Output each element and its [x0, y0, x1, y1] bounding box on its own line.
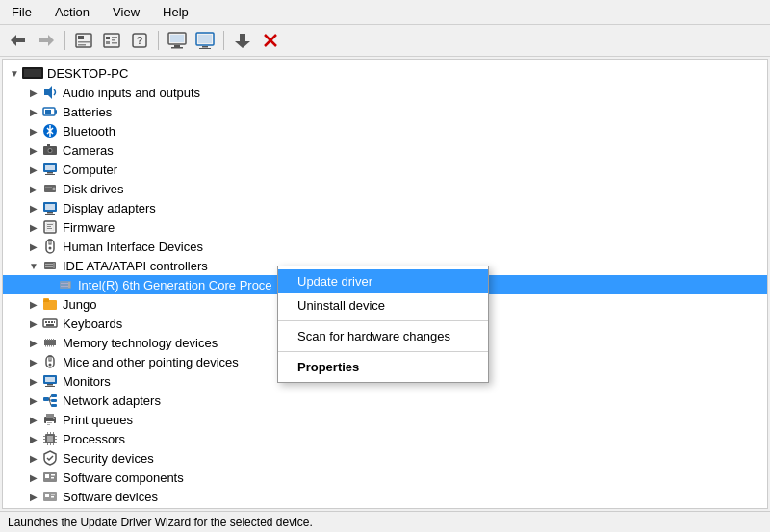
- svg-rect-18: [174, 45, 180, 47]
- svg-rect-119: [50, 443, 51, 445]
- separator-1: [64, 31, 65, 50]
- tree-item-softdev[interactable]: ▶ Software devices: [3, 487, 767, 506]
- computer-label: Computer: [63, 163, 117, 177]
- bluetooth-icon: [41, 123, 59, 139]
- menu-file[interactable]: File: [6, 3, 38, 21]
- svg-rect-76: [44, 340, 56, 345]
- menu-action[interactable]: Action: [49, 3, 95, 21]
- svg-marker-25: [235, 41, 250, 48]
- svg-rect-66: [68, 282, 70, 288]
- svg-rect-33: [45, 110, 51, 114]
- help-button[interactable]: ?: [127, 29, 152, 52]
- svg-point-58: [49, 247, 52, 250]
- menu-help[interactable]: Help: [157, 3, 194, 21]
- svg-rect-6: [78, 41, 90, 43]
- status-text: Launches the Update Driver Wizard for th…: [8, 516, 313, 529]
- svg-rect-102: [46, 414, 54, 418]
- svg-rect-122: [45, 474, 49, 478]
- context-menu-update-driver[interactable]: Update driver: [278, 269, 488, 293]
- svg-rect-115: [47, 432, 48, 434]
- tree-item-audio[interactable]: ▶ Audio inputs and outputs: [3, 83, 767, 102]
- tree-item-print[interactable]: ▶ Print queues: [3, 410, 767, 429]
- context-menu-uninstall[interactable]: Uninstall device: [278, 293, 488, 317]
- jungo-icon: [41, 296, 59, 312]
- security-chevron: ▶: [26, 453, 41, 464]
- tree-item-cameras[interactable]: ▶ Cameras: [3, 140, 767, 160]
- svg-rect-85: [51, 345, 52, 347]
- svg-rect-1: [16, 38, 25, 42]
- batteries-icon: [41, 104, 59, 119]
- tree-view-button[interactable]: [99, 29, 124, 52]
- tree-item-hid[interactable]: ▶ Human Interface Devices: [3, 237, 767, 256]
- svg-rect-50: [45, 214, 55, 215]
- tree-item-sound[interactable]: ▶ Sound, video and game controllers: [3, 506, 767, 508]
- svg-rect-120: [53, 443, 54, 445]
- hid-label: Human Interface Devices: [63, 240, 203, 254]
- tree-item-processors[interactable]: ▶ Proces: [3, 429, 767, 448]
- forward-button[interactable]: [34, 29, 59, 52]
- back-button[interactable]: [6, 29, 31, 52]
- audio-icon: [41, 85, 59, 100]
- display-chevron: ▶: [26, 203, 41, 214]
- cameras-label: Cameras: [63, 143, 114, 158]
- svg-marker-30: [44, 86, 52, 99]
- intel-label: Intel(R) 6th Generation Core Proce: [78, 278, 272, 292]
- svg-rect-71: [45, 321, 47, 323]
- disk-icon: [41, 181, 59, 196]
- svg-rect-86: [53, 345, 54, 347]
- svg-rect-105: [47, 424, 50, 425]
- svg-rect-21: [198, 35, 212, 43]
- print-icon: [41, 412, 59, 427]
- svg-rect-40: [45, 165, 55, 170]
- svg-rect-84: [49, 345, 50, 347]
- tree-item-security[interactable]: ▶ Security devices: [3, 448, 767, 468]
- svg-text:?: ?: [137, 35, 143, 46]
- svg-rect-41: [47, 172, 53, 174]
- svg-rect-91: [45, 377, 55, 382]
- network-label: Network adapters: [63, 393, 161, 408]
- tree-item-display[interactable]: ▶ Display adapters: [3, 198, 767, 217]
- softdev-label: Software devices: [63, 490, 158, 504]
- svg-rect-110: [43, 439, 45, 440]
- context-menu: Update driver Uninstall device Scan for …: [277, 266, 489, 383]
- tree-item-software[interactable]: ▶ Software components: [3, 468, 767, 487]
- delete-button[interactable]: [258, 29, 283, 52]
- monitors-chevron: ▶: [26, 376, 41, 387]
- svg-rect-111: [43, 442, 45, 443]
- context-menu-properties[interactable]: Properties: [278, 355, 488, 379]
- svg-rect-42: [45, 174, 55, 175]
- tree-item-computer[interactable]: ▶ Computer: [3, 160, 767, 179]
- svg-rect-95: [51, 394, 57, 397]
- svg-rect-55: [47, 228, 52, 229]
- ide-icon: [41, 258, 59, 273]
- svg-rect-109: [43, 436, 45, 437]
- tree-item-disk[interactable]: ▶ Disk drives: [3, 179, 767, 198]
- menu-view[interactable]: View: [107, 3, 145, 21]
- svg-rect-126: [45, 494, 49, 497]
- bluetooth-chevron: ▶: [26, 126, 41, 137]
- properties-button[interactable]: [71, 29, 96, 52]
- disk-label: Disk drives: [63, 182, 124, 196]
- software-chevron: ▶: [26, 472, 41, 483]
- tree-item-firmware[interactable]: ▶ Firmware: [3, 217, 767, 237]
- svg-rect-5: [78, 36, 84, 39]
- update-button[interactable]: [230, 29, 255, 52]
- tree-item-batteries[interactable]: ▶ Batteries: [3, 102, 767, 121]
- root-item[interactable]: ▼ DESKTOP-PC: [3, 63, 767, 83]
- svg-rect-118: [47, 443, 48, 445]
- tree-item-bluetooth[interactable]: ▶ Bluetooth: [3, 121, 767, 140]
- svg-rect-11: [112, 39, 116, 41]
- svg-rect-104: [47, 422, 52, 423]
- security-label: Security devices: [63, 451, 154, 466]
- svg-rect-93: [45, 386, 55, 387]
- svg-rect-38: [47, 144, 50, 146]
- monitor-button[interactable]: [192, 29, 218, 52]
- svg-rect-19: [171, 47, 183, 49]
- svg-rect-13: [112, 42, 117, 44]
- network-icon: [41, 393, 59, 408]
- context-separator-1: [278, 320, 488, 321]
- computer-view-button[interactable]: [165, 29, 190, 52]
- context-menu-scan[interactable]: Scan for hardware changes: [278, 324, 488, 348]
- print-chevron: ▶: [26, 415, 41, 425]
- tree-item-network[interactable]: ▶ Network adapters: [3, 391, 767, 410]
